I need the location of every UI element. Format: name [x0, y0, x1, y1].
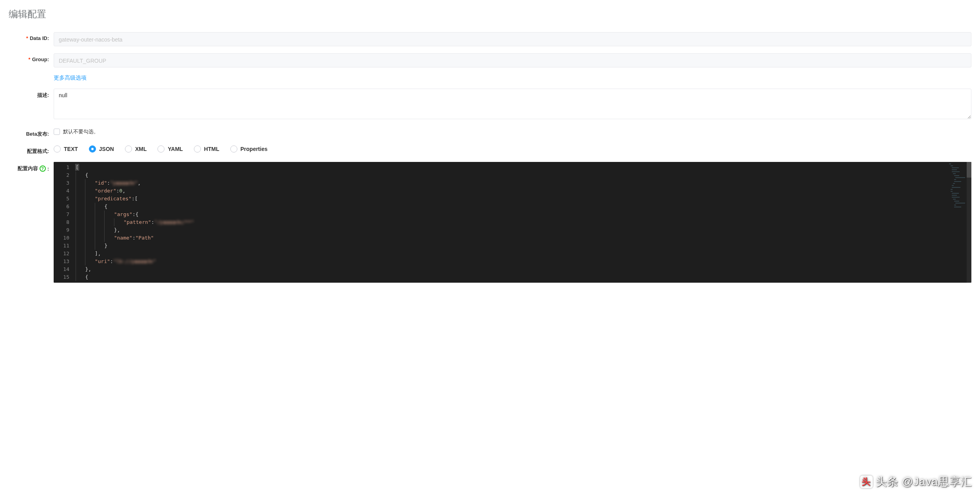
required-asterisk: * [26, 35, 28, 41]
description-textarea[interactable] [54, 89, 971, 119]
data-id-label: *Data ID: [9, 32, 54, 41]
radio-circle-icon [125, 145, 132, 153]
description-label: 描述: [9, 89, 54, 99]
form-row-advanced: 更多高级选项 [9, 74, 971, 82]
radio-xml[interactable]: XML [125, 145, 147, 153]
editor-scrollbar-track[interactable] [967, 162, 971, 283]
form-row-data-id: *Data ID: gateway-outer-nacos-beta [9, 32, 971, 46]
radio-properties[interactable]: Properties [230, 145, 268, 153]
form-row-group: *Group: DEFAULT_GROUP [9, 53, 971, 67]
editor-scrollbar-thumb[interactable] [967, 162, 971, 178]
config-format-radio-group: TEXTJSONXMLYAMLHTMLProperties [54, 145, 971, 153]
radio-circle-icon [230, 145, 237, 153]
required-asterisk: * [29, 56, 31, 62]
radio-label: Properties [240, 146, 268, 152]
radio-circle-icon [89, 145, 96, 153]
beta-publish-checkbox[interactable] [54, 129, 60, 135]
config-format-label: 配置格式: [9, 145, 54, 155]
radio-label: HTML [204, 146, 219, 152]
radio-label: JSON [99, 146, 114, 152]
radio-yaml[interactable]: YAML [157, 145, 183, 153]
radio-text[interactable]: TEXT [54, 145, 78, 153]
radio-circle-icon [194, 145, 201, 153]
page-title: 编辑配置 [9, 8, 971, 20]
code-content[interactable]: [ { "id":"p▮▮▮▮de", "order":0, "predicat… [72, 162, 948, 283]
form-row-config-format: 配置格式: TEXTJSONXMLYAMLHTMLProperties [9, 145, 971, 155]
radio-circle-icon [54, 145, 61, 153]
help-icon[interactable]: ? [40, 165, 46, 172]
group-label: *Group: [9, 53, 54, 62]
form-row-description: 描述: [9, 89, 971, 120]
radio-circle-icon [157, 145, 165, 153]
code-gutter: 123456789101112131415 [54, 162, 72, 283]
form-row-beta-publish: Beta发布: 默认不要勾选。 [9, 127, 971, 138]
beta-publish-label: Beta发布: [9, 127, 54, 138]
code-editor[interactable]: 123456789101112131415 [ { "id":"p▮▮▮▮de"… [54, 162, 971, 283]
radio-html[interactable]: HTML [194, 145, 219, 153]
radio-label: YAML [168, 146, 183, 152]
form-row-config-content: 配置内容 ? : 123456789101112131415 [ { "id":… [9, 162, 971, 283]
minimap[interactable] [949, 163, 967, 242]
data-id-input: gateway-outer-nacos-beta [54, 32, 971, 46]
beta-publish-hint: 默认不要勾选。 [63, 128, 99, 135]
group-input: DEFAULT_GROUP [54, 53, 971, 67]
radio-json[interactable]: JSON [89, 145, 114, 153]
radio-label: XML [135, 146, 147, 152]
config-content-label: 配置内容 ? : [9, 162, 54, 172]
radio-label: TEXT [64, 146, 78, 152]
advanced-options-link[interactable]: 更多高级选项 [54, 74, 87, 81]
